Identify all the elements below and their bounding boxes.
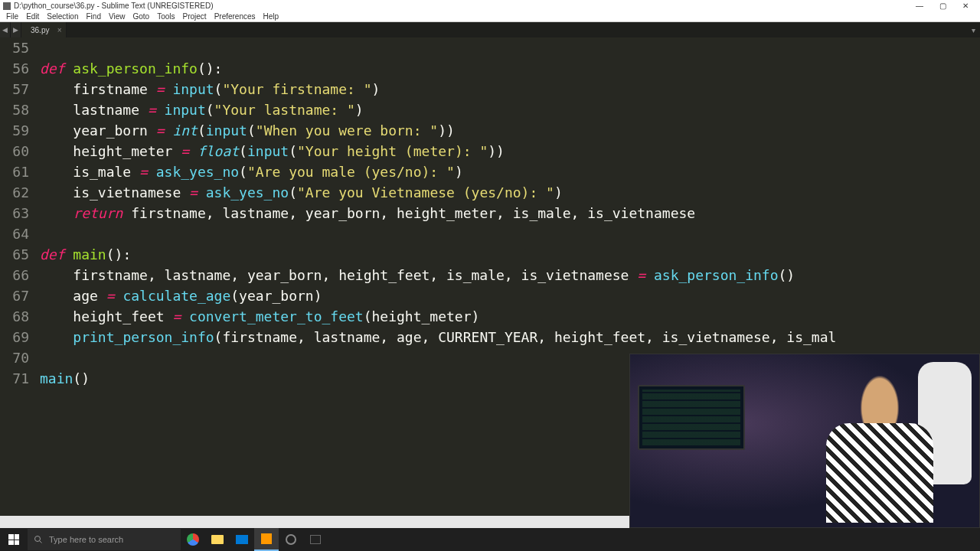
line-number: 68 [0,306,29,327]
code-line[interactable]: print_person_info(firstname, lastname, a… [40,327,980,347]
code-line[interactable] [40,223,980,244]
line-number: 56 [0,58,29,79]
taskbar-search[interactable]: Type here to search [28,529,181,550]
line-number: 62 [0,182,29,203]
line-number: 58 [0,99,29,120]
code-line[interactable]: firstname = input("Your firstname: ") [40,79,980,99]
tab-bar: ◀ ▶ 36.py × ▾ [0,22,980,37]
code-line[interactable]: lastname = input("Your lastname: ") [40,99,980,120]
tab-nav-forward-icon[interactable]: ▶ [11,22,21,37]
tab-label: 36.py [31,26,49,34]
menu-find[interactable]: Find [83,12,104,21]
tab-close-icon[interactable]: × [57,26,62,34]
taskbar-terminal-icon[interactable] [303,528,328,551]
windows-logo-icon [8,534,19,545]
line-number: 63 [0,203,29,223]
line-number: 65 [0,244,29,265]
line-number: 71 [0,368,29,389]
windows-taskbar: Type here to search [0,528,980,551]
window-title: D:\python_course\36.py - Sublime Text (U… [14,2,213,10]
taskbar-obs-icon[interactable] [279,528,303,551]
code-line[interactable]: def main(): [40,244,980,265]
line-number: 69 [0,327,29,347]
start-button[interactable] [0,528,28,551]
menu-help[interactable]: Help [260,12,283,21]
close-button[interactable]: ✕ [954,1,977,11]
taskbar-apps [181,528,328,551]
taskbar-mail-icon[interactable] [230,528,254,551]
menu-selection[interactable]: Selection [44,12,81,21]
app-icon [3,2,11,10]
webcam-overlay [629,354,980,528]
code-line[interactable]: year_born = int(input("When you were bor… [40,120,980,141]
line-number: 70 [0,347,29,368]
menu-file[interactable]: File [3,12,21,21]
taskbar-chrome-icon[interactable] [181,528,205,551]
code-line[interactable]: def ask_person_info(): [40,58,980,79]
menu-project[interactable]: Project [180,12,210,21]
search-icon [34,535,43,544]
menu-preferences[interactable]: Preferences [211,12,259,21]
menu-edit[interactable]: Edit [23,12,42,21]
maximize-button[interactable]: ▢ [931,1,954,11]
line-number: 57 [0,79,29,99]
code-line[interactable]: is_male = ask_yes_no("Are you male (yes/… [40,161,980,182]
svg-line-1 [40,541,42,543]
code-line[interactable] [40,37,980,58]
tab-active[interactable]: 36.py × [21,22,67,37]
search-placeholder: Type here to search [49,535,123,544]
code-line[interactable]: firstname, lastname, year_born, height_f… [40,265,980,285]
line-number: 67 [0,285,29,306]
line-number: 59 [0,120,29,141]
line-number-gutter: 5556575859606162636465666768697071 [0,37,37,526]
code-line[interactable]: height_meter = float(input("Your height … [40,141,980,161]
menu-tools[interactable]: Tools [154,12,178,21]
code-line[interactable]: age = calculate_age(year_born) [40,285,980,306]
line-number: 64 [0,223,29,244]
webcam-monitor-shape [638,385,745,450]
webcam-person-shape [811,370,949,523]
tab-overflow-icon[interactable]: ▾ [967,22,980,37]
code-line[interactable]: return firstname, lastname, year_born, h… [40,203,980,223]
taskbar-sublime-icon[interactable] [254,528,279,551]
tab-nav-back-icon[interactable]: ◀ [0,22,11,37]
window-controls: — ▢ ✕ [908,1,977,11]
minimize-button[interactable]: — [908,1,931,11]
window-titlebar: D:\python_course\36.py - Sublime Text (U… [0,0,980,11]
line-number: 66 [0,265,29,285]
line-number: 61 [0,161,29,182]
line-number: 55 [0,37,29,58]
line-number: 60 [0,141,29,161]
menu-bar: FileEditSelectionFindViewGotoToolsProjec… [0,11,980,22]
taskbar-explorer-icon[interactable] [205,528,230,551]
code-line[interactable]: height_feet = convert_meter_to_feet(heig… [40,306,980,327]
svg-point-0 [35,536,41,542]
menu-view[interactable]: View [106,12,129,21]
code-line[interactable]: is_vietnamese = ask_yes_no("Are you Viet… [40,182,980,203]
menu-goto[interactable]: Goto [129,12,152,21]
